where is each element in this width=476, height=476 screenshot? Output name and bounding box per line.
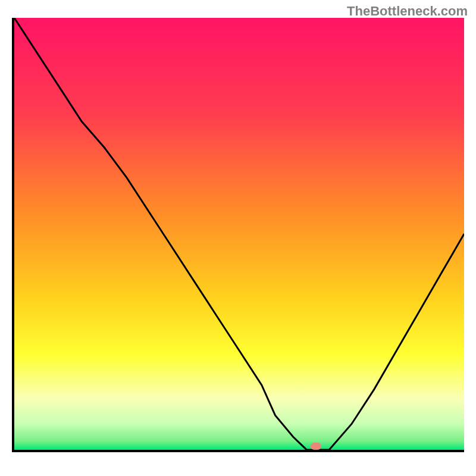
optimal-marker xyxy=(311,443,321,450)
plot-area xyxy=(12,18,464,452)
watermark-text: TheBottleneck.com xyxy=(347,4,468,19)
bottleneck-curve xyxy=(14,18,464,450)
chart-container xyxy=(12,18,464,470)
